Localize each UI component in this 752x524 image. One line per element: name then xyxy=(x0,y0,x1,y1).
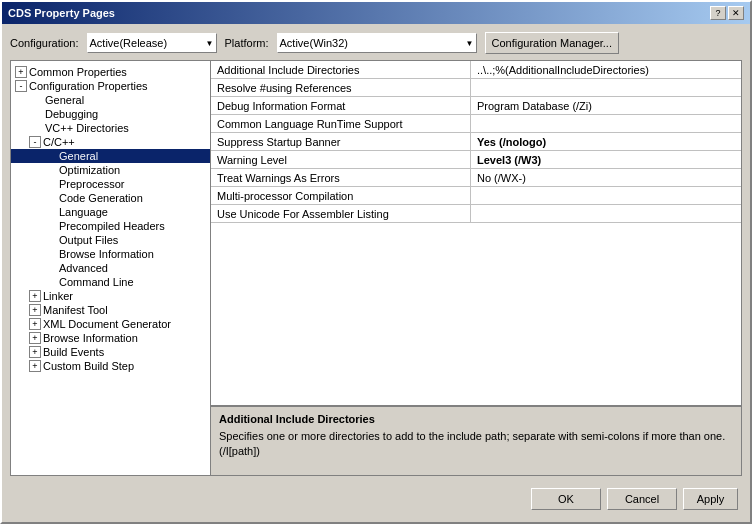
config-value: Active(Release) xyxy=(90,37,168,49)
tree-label-browse-info2: Browse Information xyxy=(43,332,138,344)
tree-item-preprocessor[interactable]: Preprocessor xyxy=(11,177,210,191)
tree-expander-manifest-tool[interactable]: + xyxy=(29,304,41,316)
tree-label-browse-info: Browse Information xyxy=(59,248,154,260)
tree-item-debugging[interactable]: Debugging xyxy=(11,107,210,121)
main-area: + Common Properties- Configuration Prope… xyxy=(10,60,742,476)
table-row[interactable]: Suppress Startup BannerYes (/nologo) xyxy=(211,133,741,151)
table-row[interactable]: Multi-processor Compilation xyxy=(211,187,741,205)
tree-item-language[interactable]: Language xyxy=(11,205,210,219)
prop-value-8 xyxy=(471,205,741,222)
tree-label-build-events: Build Events xyxy=(43,346,104,358)
table-row[interactable]: Additional Include Directories..\..;%(Ad… xyxy=(211,61,741,79)
tree-item-linker[interactable]: + Linker xyxy=(11,289,210,303)
tree-item-browse-info2[interactable]: + Browse Information xyxy=(11,331,210,345)
tree-label-code-gen: Code Generation xyxy=(59,192,143,204)
tree-label-common-props: Common Properties xyxy=(29,66,127,78)
tree-item-cpp-general[interactable]: General xyxy=(11,149,210,163)
tree-item-common-props[interactable]: + Common Properties xyxy=(11,65,210,79)
desc-text: Specifies one or more directories to add… xyxy=(219,429,733,460)
tree-expander-linker[interactable]: + xyxy=(29,290,41,302)
cancel-button[interactable]: Cancel xyxy=(607,488,677,510)
tree-expander-xml-doc-gen[interactable]: + xyxy=(29,318,41,330)
tree-label-advanced: Advanced xyxy=(59,262,108,274)
props-table: Additional Include Directories..\..;%(Ad… xyxy=(211,61,741,405)
prop-name-2: Debug Information Format xyxy=(211,97,471,114)
platform-label: Platform: xyxy=(225,37,269,49)
tree-item-advanced[interactable]: Advanced xyxy=(11,261,210,275)
tree-panel: + Common Properties- Configuration Prope… xyxy=(11,61,211,475)
tree-label-cpp-general: General xyxy=(59,150,98,162)
tree-label-xml-doc-gen: XML Document Generator xyxy=(43,318,171,330)
tree-label-debugging: Debugging xyxy=(45,108,98,120)
tree-item-cpp[interactable]: - C/C++ xyxy=(11,135,210,149)
table-row[interactable]: Common Language RunTime Support xyxy=(211,115,741,133)
prop-value-3 xyxy=(471,115,741,132)
prop-value-7 xyxy=(471,187,741,204)
tree-expander-build-events[interactable]: + xyxy=(29,346,41,358)
tree-label-language: Language xyxy=(59,206,108,218)
tree-expander-config-props[interactable]: - xyxy=(15,80,27,92)
platform-value: Active(Win32) xyxy=(280,37,348,49)
prop-name-3: Common Language RunTime Support xyxy=(211,115,471,132)
tree-item-xml-doc-gen[interactable]: + XML Document Generator xyxy=(11,317,210,331)
config-dropdown[interactable]: Active(Release) ▼ xyxy=(87,33,217,53)
help-button[interactable]: ? xyxy=(710,6,726,20)
tree-item-cmd-line[interactable]: Command Line xyxy=(11,275,210,289)
bottom-buttons: OK Cancel Apply xyxy=(10,482,742,514)
title-bar: CDS Property Pages ? ✕ xyxy=(2,2,750,24)
config-mgr-button[interactable]: Configuration Manager... xyxy=(485,32,619,54)
platform-arrow-icon: ▼ xyxy=(466,39,474,48)
prop-name-4: Suppress Startup Banner xyxy=(211,133,471,150)
title-bar-buttons: ? ✕ xyxy=(710,6,744,20)
tree-item-vc-dirs[interactable]: VC++ Directories xyxy=(11,121,210,135)
tree-item-config-props[interactable]: - Configuration Properties xyxy=(11,79,210,93)
tree-item-output-files[interactable]: Output Files xyxy=(11,233,210,247)
table-row[interactable]: Resolve #using References xyxy=(211,79,741,97)
tree-item-code-gen[interactable]: Code Generation xyxy=(11,191,210,205)
tree-expander-custom-build[interactable]: + xyxy=(29,360,41,372)
close-button[interactable]: ✕ xyxy=(728,6,744,20)
description-panel: Additional Include Directories Specifies… xyxy=(211,405,741,475)
tree-item-build-events[interactable]: + Build Events xyxy=(11,345,210,359)
prop-name-6: Treat Warnings As Errors xyxy=(211,169,471,186)
tree-label-cpp: C/C++ xyxy=(43,136,75,148)
dialog: CDS Property Pages ? ✕ Configuration: Ac… xyxy=(0,0,752,524)
prop-value-5: Level3 (/W3) xyxy=(471,151,741,168)
platform-dropdown[interactable]: Active(Win32) ▼ xyxy=(277,33,477,53)
tree-label-custom-build: Custom Build Step xyxy=(43,360,134,372)
tree-label-preprocessor: Preprocessor xyxy=(59,178,124,190)
top-bar: Configuration: Active(Release) ▼ Platfor… xyxy=(10,32,742,54)
tree-item-precomp-headers[interactable]: Precompiled Headers xyxy=(11,219,210,233)
tree-label-general: General xyxy=(45,94,84,106)
table-row[interactable]: Use Unicode For Assembler Listing xyxy=(211,205,741,223)
props-panel: Additional Include Directories..\..;%(Ad… xyxy=(211,61,741,475)
config-label: Configuration: xyxy=(10,37,79,49)
prop-name-0: Additional Include Directories xyxy=(211,61,471,78)
prop-value-4: Yes (/nologo) xyxy=(471,133,741,150)
prop-value-1 xyxy=(471,79,741,96)
desc-title: Additional Include Directories xyxy=(219,413,733,425)
tree-item-optimization[interactable]: Optimization xyxy=(11,163,210,177)
tree-item-browse-info[interactable]: Browse Information xyxy=(11,247,210,261)
tree-expander-cpp[interactable]: - xyxy=(29,136,41,148)
tree-label-cmd-line: Command Line xyxy=(59,276,134,288)
tree-item-general[interactable]: General xyxy=(11,93,210,107)
table-row[interactable]: Debug Information FormatProgram Database… xyxy=(211,97,741,115)
apply-button[interactable]: Apply xyxy=(683,488,738,510)
tree-expander-common-props[interactable]: + xyxy=(15,66,27,78)
tree-label-linker: Linker xyxy=(43,290,73,302)
tree-item-custom-build[interactable]: + Custom Build Step xyxy=(11,359,210,373)
prop-name-5: Warning Level xyxy=(211,151,471,168)
table-row[interactable]: Warning LevelLevel3 (/W3) xyxy=(211,151,741,169)
table-row[interactable]: Treat Warnings As ErrorsNo (/WX-) xyxy=(211,169,741,187)
ok-button[interactable]: OK xyxy=(531,488,601,510)
prop-value-6: No (/WX-) xyxy=(471,169,741,186)
tree-item-manifest-tool[interactable]: + Manifest Tool xyxy=(11,303,210,317)
dialog-content: Configuration: Active(Release) ▼ Platfor… xyxy=(2,24,750,522)
tree-label-precomp-headers: Precompiled Headers xyxy=(59,220,165,232)
prop-value-2: Program Database (/Zi) xyxy=(471,97,741,114)
tree-expander-browse-info2[interactable]: + xyxy=(29,332,41,344)
tree-label-output-files: Output Files xyxy=(59,234,118,246)
tree-label-manifest-tool: Manifest Tool xyxy=(43,304,108,316)
prop-name-7: Multi-processor Compilation xyxy=(211,187,471,204)
